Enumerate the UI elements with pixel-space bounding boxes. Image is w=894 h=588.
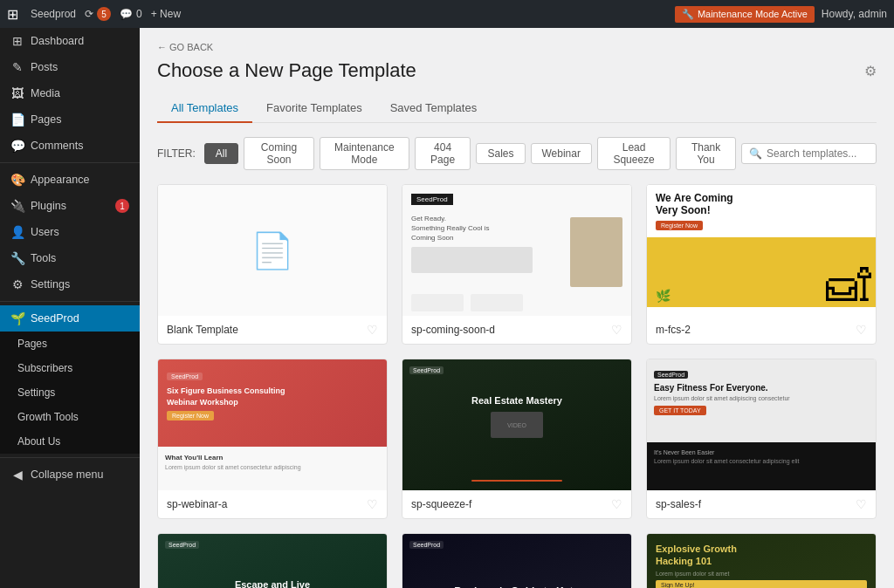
sidebar-item-label: Appearance (31, 174, 89, 186)
topbar-new[interactable]: + New (151, 8, 181, 20)
template-card-travel[interactable]: SeedProd Escape and Livethe Digital Noma… (157, 533, 388, 588)
sidebar-collapse[interactable]: ◀ Collapse menu (0, 462, 140, 488)
plugins-badge: 1 (115, 199, 129, 213)
template-info-realestate: sp-squeeze-f ♡ (402, 490, 631, 518)
template-name-fitness: sp-sales-f (656, 498, 701, 510)
media-icon: 🖼 (10, 86, 24, 100)
collapse-icon: ◀ (10, 468, 24, 482)
sidebar-item-label: Media (31, 87, 60, 99)
topbar-site-name: Seedprod (31, 8, 76, 20)
sidebar-item-sp-about[interactable]: About Us (0, 429, 140, 454)
filter-btn-lead-squeeze[interactable]: Lead Squeeze (597, 137, 670, 170)
heart-icon-fitness[interactable]: ♡ (856, 497, 867, 511)
sidebar-item-sp-settings[interactable]: Settings (0, 380, 140, 405)
sp-about-label: About Us (17, 435, 60, 448)
main-content: ← GO BACK Choose a New Page Template ⚙ A… (140, 28, 894, 588)
sidebar-item-pages[interactable]: 📄 Pages (0, 106, 140, 133)
template-card-coming-soon[interactable]: SeedProd Get Ready.Something Really Cool… (402, 184, 632, 345)
topbar: ⊞ Seedprod ⟳ 5 💬 0 + New 🔧 Maintenance M… (0, 0, 894, 28)
template-thumb-coming-soon: SeedProd Get Ready.Something Really Cool… (402, 185, 631, 316)
template-thumb-realestate: SeedProd Real Estate Mastery VIDEO (402, 359, 631, 490)
template-info-mfcs2: m-fcs-2 ♡ (647, 316, 876, 344)
sidebar-item-label: Settings (31, 278, 70, 291)
sidebar-seedprod-submenu: Pages Subscribers Settings Growth Tools … (0, 332, 140, 454)
sp-subscribers-label: Subscribers (17, 362, 72, 374)
settings-gear-icon[interactable]: ⚙ (864, 63, 877, 79)
template-card-mfcs2[interactable]: We Are ComingVery Soon! Register Now 🛋 🌿… (646, 184, 877, 345)
sidebar-item-posts[interactable]: ✎ Posts (0, 54, 140, 80)
filter-btn-webinar[interactable]: Webinar (531, 143, 592, 164)
template-thumb-growth: Explosive GrowthHacking 101 Lorem ipsum … (647, 534, 876, 588)
pages-icon: 📄 (10, 113, 24, 126)
appearance-icon: 🎨 (10, 173, 24, 187)
template-name-realestate: sp-squeeze-f (411, 498, 471, 510)
topbar-site[interactable]: Seedprod (31, 8, 76, 20)
sidebar-item-sp-subscribers[interactable]: Subscribers (0, 356, 140, 380)
tools-icon: 🔧 (10, 251, 24, 265)
topbar-comments[interactable]: 💬 0 (120, 8, 142, 20)
sidebar-item-comments[interactable]: 💬 Comments (0, 133, 140, 159)
template-card-webinar[interactable]: SeedProd Six Figure Business ConsultingW… (157, 359, 388, 519)
heart-icon-blank[interactable]: ♡ (367, 323, 378, 337)
template-thumb-webinar: SeedProd Six Figure Business ConsultingW… (158, 359, 387, 490)
sidebar-item-label: Plugins (31, 200, 66, 212)
topbar-updates[interactable]: ⟳ 5 (85, 7, 111, 21)
filter-btn-sales[interactable]: Sales (476, 143, 525, 164)
seedprod-icon: 🌱 (10, 311, 24, 325)
sidebar-item-label: Comments (31, 140, 83, 152)
heart-icon-mfcs2[interactable]: ♡ (856, 323, 867, 337)
sidebar-item-users[interactable]: 👤 Users (0, 219, 140, 245)
filter-btn-maintenance[interactable]: Maintenance Mode (320, 137, 409, 170)
sidebar-separator-2 (0, 301, 140, 302)
sidebar-item-seedprod[interactable]: 🌱 SeedProd (0, 305, 140, 332)
template-thumb-fitness: SeedProd Easy Fitness For Everyone. Lore… (647, 359, 876, 490)
sp-growth-label: Growth Tools (17, 411, 79, 423)
sidebar-item-label: Users (31, 226, 59, 238)
sidebar: ⊞ Dashboard ✎ Posts 🖼 Media 📄 Pages 💬 Co… (0, 28, 140, 588)
search-box: 🔍 (741, 143, 877, 164)
filter-btn-all[interactable]: All (204, 143, 238, 164)
filter-btn-thank-you[interactable]: Thank You (676, 137, 736, 170)
template-thumb-blank: 📄 (158, 185, 387, 316)
sidebar-item-media[interactable]: 🖼 Media (0, 80, 140, 106)
sidebar-item-settings[interactable]: ⚙ Settings (0, 271, 140, 297)
template-tabs: All Templates Favorite Templates Saved T… (157, 94, 877, 123)
sidebar-item-appearance[interactable]: 🎨 Appearance (0, 167, 140, 193)
filter-btn-coming-soon[interactable]: Coming Soon (244, 137, 314, 170)
sidebar-item-sp-growth[interactable]: Growth Tools (0, 405, 140, 429)
updates-badge: 5 (97, 7, 111, 21)
template-card-growth[interactable]: Explosive GrowthHacking 101 Lorem ipsum … (646, 533, 877, 588)
heart-icon-coming-soon[interactable]: ♡ (611, 323, 622, 337)
sidebar-separator (0, 162, 140, 163)
filter-btn-404[interactable]: 404 Page (415, 137, 471, 170)
search-icon: 🔍 (749, 147, 762, 160)
maintenance-badge[interactable]: 🔧 Maintenance Mode Active (675, 6, 815, 23)
template-info-fitness: sp-sales-f ♡ (647, 490, 876, 518)
heart-icon-realestate[interactable]: ♡ (611, 497, 622, 511)
comments-icon: 💬 (10, 139, 24, 153)
sidebar-item-tools[interactable]: 🔧 Tools (0, 245, 140, 271)
template-card-fitness[interactable]: SeedProd Easy Fitness For Everyone. Lore… (646, 359, 877, 519)
posts-icon: ✎ (10, 60, 24, 74)
template-card-realestate[interactable]: SeedProd Real Estate Mastery VIDEO sp-sq… (402, 359, 632, 519)
template-card-keto[interactable]: SeedProd Beginner's Guide to Keto Order … (402, 533, 632, 588)
sidebar-item-plugins[interactable]: 🔌 Plugins 1 (0, 193, 140, 219)
maintenance-icon: 🔧 (682, 9, 694, 20)
go-back-link[interactable]: ← GO BACK (157, 42, 877, 52)
template-thumb-keto: SeedProd Beginner's Guide to Keto Order … (402, 534, 631, 588)
templates-grid: 📄 Blank Template ♡ SeedProd Get Ready.So… (157, 184, 877, 588)
users-icon: 👤 (10, 225, 24, 239)
template-card-blank[interactable]: 📄 Blank Template ♡ (157, 184, 388, 345)
collapse-label: Collapse menu (31, 468, 103, 481)
sidebar-item-dashboard[interactable]: ⊞ Dashboard (0, 28, 140, 54)
admin-menu[interactable]: Howdy, admin (822, 8, 887, 20)
template-info-webinar: sp-webinar-a ♡ (158, 490, 387, 518)
sidebar-item-label: Pages (31, 113, 61, 126)
tab-all-templates[interactable]: All Templates (157, 94, 252, 123)
tab-favorite-templates[interactable]: Favorite Templates (252, 94, 376, 123)
heart-icon-webinar[interactable]: ♡ (367, 497, 378, 511)
search-input[interactable] (767, 147, 869, 160)
tab-saved-templates[interactable]: Saved Templates (376, 94, 492, 123)
sidebar-item-sp-pages[interactable]: Pages (0, 332, 140, 356)
template-name-webinar: sp-webinar-a (167, 498, 227, 510)
